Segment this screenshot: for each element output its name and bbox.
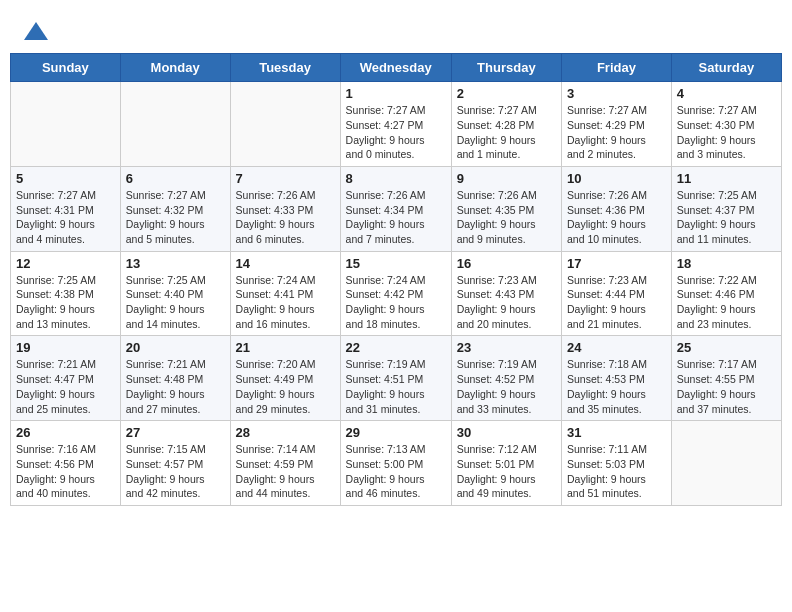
- calendar-cell: 13Sunrise: 7:25 AM Sunset: 4:40 PM Dayli…: [120, 251, 230, 336]
- calendar-cell: 11Sunrise: 7:25 AM Sunset: 4:37 PM Dayli…: [671, 166, 781, 251]
- calendar-cell: 20Sunrise: 7:21 AM Sunset: 4:48 PM Dayli…: [120, 336, 230, 421]
- day-number: 29: [346, 425, 446, 440]
- day-info: Sunrise: 7:27 AM Sunset: 4:29 PM Dayligh…: [567, 103, 666, 162]
- calendar-cell: 22Sunrise: 7:19 AM Sunset: 4:51 PM Dayli…: [340, 336, 451, 421]
- day-info: Sunrise: 7:23 AM Sunset: 4:43 PM Dayligh…: [457, 273, 556, 332]
- day-info: Sunrise: 7:27 AM Sunset: 4:31 PM Dayligh…: [16, 188, 115, 247]
- day-info: Sunrise: 7:26 AM Sunset: 4:33 PM Dayligh…: [236, 188, 335, 247]
- day-number: 19: [16, 340, 115, 355]
- weekday-header-row: SundayMondayTuesdayWednesdayThursdayFrid…: [11, 54, 782, 82]
- day-info: Sunrise: 7:24 AM Sunset: 4:41 PM Dayligh…: [236, 273, 335, 332]
- calendar-cell: 8Sunrise: 7:26 AM Sunset: 4:34 PM Daylig…: [340, 166, 451, 251]
- svg-marker-0: [24, 22, 48, 40]
- calendar-week-row: 12Sunrise: 7:25 AM Sunset: 4:38 PM Dayli…: [11, 251, 782, 336]
- calendar-cell: 29Sunrise: 7:13 AM Sunset: 5:00 PM Dayli…: [340, 421, 451, 506]
- calendar-cell: 23Sunrise: 7:19 AM Sunset: 4:52 PM Dayli…: [451, 336, 561, 421]
- day-info: Sunrise: 7:24 AM Sunset: 4:42 PM Dayligh…: [346, 273, 446, 332]
- day-number: 28: [236, 425, 335, 440]
- calendar-cell: [11, 82, 121, 167]
- day-info: Sunrise: 7:19 AM Sunset: 4:51 PM Dayligh…: [346, 357, 446, 416]
- day-number: 1: [346, 86, 446, 101]
- day-number: 14: [236, 256, 335, 271]
- calendar-cell: 5Sunrise: 7:27 AM Sunset: 4:31 PM Daylig…: [11, 166, 121, 251]
- day-number: 30: [457, 425, 556, 440]
- day-number: 20: [126, 340, 225, 355]
- day-info: Sunrise: 7:26 AM Sunset: 4:34 PM Dayligh…: [346, 188, 446, 247]
- weekday-header-cell: Friday: [562, 54, 672, 82]
- day-info: Sunrise: 7:11 AM Sunset: 5:03 PM Dayligh…: [567, 442, 666, 501]
- weekday-header-cell: Tuesday: [230, 54, 340, 82]
- day-info: Sunrise: 7:23 AM Sunset: 4:44 PM Dayligh…: [567, 273, 666, 332]
- calendar-cell: 17Sunrise: 7:23 AM Sunset: 4:44 PM Dayli…: [562, 251, 672, 336]
- calendar-cell: 27Sunrise: 7:15 AM Sunset: 4:57 PM Dayli…: [120, 421, 230, 506]
- calendar-cell: [120, 82, 230, 167]
- day-number: 16: [457, 256, 556, 271]
- calendar-cell: 28Sunrise: 7:14 AM Sunset: 4:59 PM Dayli…: [230, 421, 340, 506]
- calendar-table: SundayMondayTuesdayWednesdayThursdayFrid…: [10, 53, 782, 506]
- calendar-cell: 24Sunrise: 7:18 AM Sunset: 4:53 PM Dayli…: [562, 336, 672, 421]
- day-number: 18: [677, 256, 776, 271]
- calendar-week-row: 19Sunrise: 7:21 AM Sunset: 4:47 PM Dayli…: [11, 336, 782, 421]
- day-number: 9: [457, 171, 556, 186]
- day-number: 6: [126, 171, 225, 186]
- calendar-cell: 18Sunrise: 7:22 AM Sunset: 4:46 PM Dayli…: [671, 251, 781, 336]
- day-number: 5: [16, 171, 115, 186]
- page-header: [10, 10, 782, 53]
- day-number: 23: [457, 340, 556, 355]
- day-number: 22: [346, 340, 446, 355]
- calendar-cell: 26Sunrise: 7:16 AM Sunset: 4:56 PM Dayli…: [11, 421, 121, 506]
- weekday-header-cell: Monday: [120, 54, 230, 82]
- day-info: Sunrise: 7:14 AM Sunset: 4:59 PM Dayligh…: [236, 442, 335, 501]
- calendar-cell: 30Sunrise: 7:12 AM Sunset: 5:01 PM Dayli…: [451, 421, 561, 506]
- calendar-cell: [230, 82, 340, 167]
- calendar-cell: 1Sunrise: 7:27 AM Sunset: 4:27 PM Daylig…: [340, 82, 451, 167]
- day-info: Sunrise: 7:21 AM Sunset: 4:47 PM Dayligh…: [16, 357, 115, 416]
- logo-icon: [22, 18, 50, 46]
- calendar-cell: 19Sunrise: 7:21 AM Sunset: 4:47 PM Dayli…: [11, 336, 121, 421]
- day-number: 24: [567, 340, 666, 355]
- calendar-week-row: 5Sunrise: 7:27 AM Sunset: 4:31 PM Daylig…: [11, 166, 782, 251]
- day-number: 4: [677, 86, 776, 101]
- day-info: Sunrise: 7:27 AM Sunset: 4:32 PM Dayligh…: [126, 188, 225, 247]
- day-info: Sunrise: 7:17 AM Sunset: 4:55 PM Dayligh…: [677, 357, 776, 416]
- day-info: Sunrise: 7:16 AM Sunset: 4:56 PM Dayligh…: [16, 442, 115, 501]
- day-number: 21: [236, 340, 335, 355]
- weekday-header-cell: Wednesday: [340, 54, 451, 82]
- day-number: 26: [16, 425, 115, 440]
- day-number: 12: [16, 256, 115, 271]
- day-number: 10: [567, 171, 666, 186]
- day-number: 13: [126, 256, 225, 271]
- calendar-cell: 9Sunrise: 7:26 AM Sunset: 4:35 PM Daylig…: [451, 166, 561, 251]
- logo: [20, 18, 50, 47]
- day-number: 2: [457, 86, 556, 101]
- weekday-header-cell: Thursday: [451, 54, 561, 82]
- day-number: 25: [677, 340, 776, 355]
- calendar-week-row: 26Sunrise: 7:16 AM Sunset: 4:56 PM Dayli…: [11, 421, 782, 506]
- calendar-cell: [671, 421, 781, 506]
- calendar-cell: 6Sunrise: 7:27 AM Sunset: 4:32 PM Daylig…: [120, 166, 230, 251]
- day-info: Sunrise: 7:26 AM Sunset: 4:36 PM Dayligh…: [567, 188, 666, 247]
- day-info: Sunrise: 7:13 AM Sunset: 5:00 PM Dayligh…: [346, 442, 446, 501]
- day-info: Sunrise: 7:15 AM Sunset: 4:57 PM Dayligh…: [126, 442, 225, 501]
- day-info: Sunrise: 7:25 AM Sunset: 4:38 PM Dayligh…: [16, 273, 115, 332]
- day-info: Sunrise: 7:27 AM Sunset: 4:28 PM Dayligh…: [457, 103, 556, 162]
- calendar-cell: 16Sunrise: 7:23 AM Sunset: 4:43 PM Dayli…: [451, 251, 561, 336]
- day-number: 15: [346, 256, 446, 271]
- calendar-cell: 25Sunrise: 7:17 AM Sunset: 4:55 PM Dayli…: [671, 336, 781, 421]
- day-info: Sunrise: 7:20 AM Sunset: 4:49 PM Dayligh…: [236, 357, 335, 416]
- day-info: Sunrise: 7:25 AM Sunset: 4:40 PM Dayligh…: [126, 273, 225, 332]
- day-info: Sunrise: 7:25 AM Sunset: 4:37 PM Dayligh…: [677, 188, 776, 247]
- day-info: Sunrise: 7:27 AM Sunset: 4:27 PM Dayligh…: [346, 103, 446, 162]
- day-info: Sunrise: 7:21 AM Sunset: 4:48 PM Dayligh…: [126, 357, 225, 416]
- day-number: 8: [346, 171, 446, 186]
- calendar-cell: 21Sunrise: 7:20 AM Sunset: 4:49 PM Dayli…: [230, 336, 340, 421]
- calendar-cell: 12Sunrise: 7:25 AM Sunset: 4:38 PM Dayli…: [11, 251, 121, 336]
- calendar-cell: 10Sunrise: 7:26 AM Sunset: 4:36 PM Dayli…: [562, 166, 672, 251]
- day-number: 31: [567, 425, 666, 440]
- day-info: Sunrise: 7:26 AM Sunset: 4:35 PM Dayligh…: [457, 188, 556, 247]
- calendar-cell: 31Sunrise: 7:11 AM Sunset: 5:03 PM Dayli…: [562, 421, 672, 506]
- calendar-cell: 14Sunrise: 7:24 AM Sunset: 4:41 PM Dayli…: [230, 251, 340, 336]
- calendar-cell: 2Sunrise: 7:27 AM Sunset: 4:28 PM Daylig…: [451, 82, 561, 167]
- day-number: 27: [126, 425, 225, 440]
- day-info: Sunrise: 7:18 AM Sunset: 4:53 PM Dayligh…: [567, 357, 666, 416]
